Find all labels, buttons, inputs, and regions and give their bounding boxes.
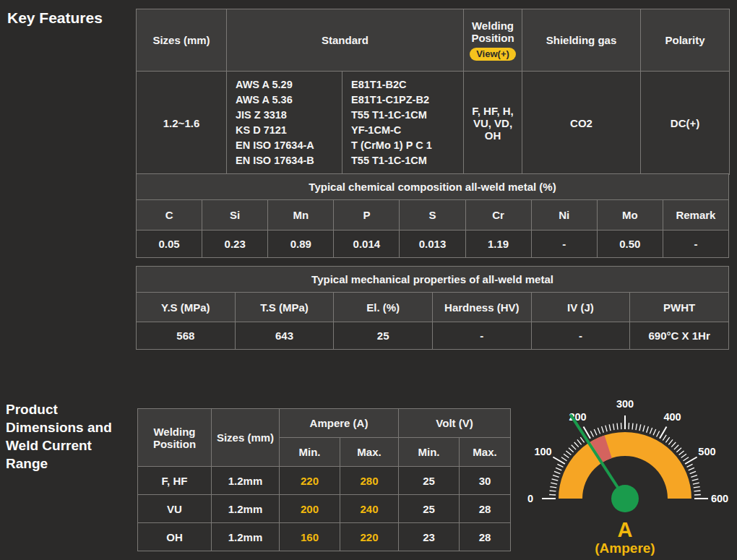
row-position: F, HF bbox=[138, 467, 212, 495]
mech-col-el: El. (%) bbox=[334, 293, 433, 322]
current-header-volt: Volt (V) bbox=[399, 409, 511, 438]
mech-value-ts: 643 bbox=[235, 322, 334, 350]
mech-col-ys: Y.S (MPa) bbox=[137, 293, 236, 322]
classification-item: YF-1CM-C bbox=[351, 123, 454, 138]
spec-sizes-value: 1.2~1.6 bbox=[137, 72, 227, 175]
chem-col-remark: Remark bbox=[663, 200, 728, 231]
mechanical-properties-table: Typical mechanical properties of all-wel… bbox=[136, 266, 729, 350]
chem-value-mo: 0.50 bbox=[597, 231, 663, 258]
classification-item: T55 T1-1C-1CM bbox=[351, 108, 454, 123]
welding-position-label: Welding Position bbox=[467, 20, 519, 44]
row-position: VU bbox=[138, 495, 212, 523]
view-positions-button[interactable]: View(+) bbox=[470, 48, 516, 61]
chem-col-mn: Mn bbox=[268, 200, 334, 231]
gauge-unit-name: (Ampere) bbox=[517, 540, 733, 556]
table-row: 568 643 25 - - 690°C X 1Hr bbox=[137, 322, 729, 350]
standard-item: AWS A 5.29 bbox=[236, 77, 333, 92]
svg-text:300: 300 bbox=[616, 398, 634, 410]
row-amp-max: 220 bbox=[340, 523, 399, 551]
svg-text:0: 0 bbox=[527, 493, 533, 504]
chem-col-p: P bbox=[334, 200, 400, 231]
chem-value-ni: - bbox=[531, 231, 597, 258]
mech-col-pwht: PWHT bbox=[630, 293, 729, 322]
row-size: 1.2mm bbox=[212, 467, 280, 495]
gauge-unit-label: A bbox=[517, 519, 733, 540]
classification-item: E81T1-B2C bbox=[351, 77, 454, 92]
gauge-caption: A (Ampere) bbox=[517, 519, 733, 556]
spec-shielding-gas-value: CO2 bbox=[522, 72, 641, 175]
mech-value-ys: 568 bbox=[137, 322, 236, 350]
spec-header-welding-position: Welding Position View(+) bbox=[464, 9, 522, 72]
chem-col-cr: Cr bbox=[465, 200, 531, 231]
classification-item: T (CrMo 1) P C 1 bbox=[351, 138, 454, 153]
current-header-ampere: Ampere (A) bbox=[280, 409, 399, 438]
mech-value-iv: - bbox=[531, 322, 630, 350]
chem-value-remark: - bbox=[663, 231, 728, 258]
weld-current-table: Welding Position Sizes (mm) Ampere (A) V… bbox=[137, 408, 511, 551]
svg-text:500: 500 bbox=[698, 446, 715, 457]
svg-text:100: 100 bbox=[534, 446, 551, 457]
chem-value-si: 0.23 bbox=[202, 231, 268, 258]
ampere-gauge: 0100200300400500600 bbox=[517, 392, 733, 514]
standard-item: EN ISO 17634-B bbox=[236, 153, 333, 168]
row-volt-min: 25 bbox=[399, 467, 460, 495]
current-header-position: Welding Position bbox=[138, 409, 212, 467]
row-amp-min: 160 bbox=[280, 523, 340, 551]
gauge-center-hub bbox=[611, 485, 639, 512]
table-row: F, HF 1.2mm 220 280 25 30 bbox=[138, 467, 511, 495]
row-volt-max: 28 bbox=[460, 523, 511, 551]
mech-col-hardness: Hardness (HV) bbox=[432, 293, 531, 322]
row-volt-max: 28 bbox=[460, 495, 511, 523]
spec-header-polarity: Polarity bbox=[641, 9, 730, 72]
current-header-amp-min: Min. bbox=[280, 438, 340, 467]
spec-header-shielding-gas: Shielding gas bbox=[522, 9, 641, 72]
mech-value-el: 25 bbox=[334, 322, 433, 350]
table-row: VU 1.2mm 200 240 25 28 bbox=[138, 495, 511, 523]
standard-item: KS D 7121 bbox=[236, 123, 333, 138]
chem-value-mn: 0.89 bbox=[268, 231, 334, 258]
spec-standards-list: AWS A 5.29 AWS A 5.36 JIS Z 3318 KS D 71… bbox=[227, 72, 342, 175]
row-amp-max: 280 bbox=[340, 467, 399, 495]
row-volt-min: 23 bbox=[399, 523, 460, 551]
chem-value-p: 0.014 bbox=[334, 231, 400, 258]
mech-value-hardness: - bbox=[432, 322, 531, 350]
svg-text:600: 600 bbox=[711, 493, 728, 504]
key-features-heading: Key Features bbox=[7, 9, 130, 27]
mech-col-ts: T.S (MPa) bbox=[235, 293, 334, 322]
chem-value-cr: 1.19 bbox=[465, 231, 531, 258]
row-amp-min: 200 bbox=[280, 495, 340, 523]
spec-classifications-list: E81T1-B2C E81T1-C1PZ-B2 T55 T1-1C-1CM YF… bbox=[342, 72, 464, 175]
classification-item: E81T1-C1PZ-B2 bbox=[351, 92, 454, 108]
row-amp-min: 220 bbox=[280, 467, 340, 495]
chem-col-s: S bbox=[400, 200, 465, 231]
chem-value-s: 0.013 bbox=[400, 231, 465, 258]
svg-text:400: 400 bbox=[663, 411, 681, 423]
table-row: OH 1.2mm 160 220 23 28 bbox=[138, 523, 511, 551]
current-header-sizes: Sizes (mm) bbox=[212, 409, 280, 467]
row-size: 1.2mm bbox=[212, 495, 280, 523]
row-size: 1.2mm bbox=[212, 523, 280, 551]
standard-item: JIS Z 3318 bbox=[236, 108, 333, 123]
standard-item: AWS A 5.36 bbox=[236, 92, 333, 108]
spec-header-sizes: Sizes (mm) bbox=[137, 9, 227, 72]
spec-header-standard: Standard bbox=[227, 9, 464, 72]
current-header-volt-max: Max. bbox=[460, 438, 511, 467]
row-volt-min: 25 bbox=[399, 495, 460, 523]
mech-value-pwht: 690°C X 1Hr bbox=[630, 322, 729, 350]
row-amp-max: 240 bbox=[340, 495, 399, 523]
chem-value-c: 0.05 bbox=[137, 231, 202, 258]
mech-col-iv: IV (J) bbox=[531, 293, 630, 322]
product-dimensions-heading: Product Dimensions and Weld Current Rang… bbox=[6, 400, 127, 473]
current-header-amp-max: Max. bbox=[340, 438, 399, 467]
chemical-composition-table: Typical chemical composition all-weld me… bbox=[136, 173, 729, 258]
spec-welding-position-value: F, HF, H, VU, VD, OH bbox=[464, 72, 522, 175]
classification-item: T55 T1-1C-1CM bbox=[351, 153, 454, 168]
standard-item: EN ISO 17634-A bbox=[236, 138, 333, 153]
chem-col-si: Si bbox=[202, 200, 268, 231]
table-row: 0.05 0.23 0.89 0.014 0.013 1.19 - 0.50 - bbox=[137, 231, 729, 258]
spec-table: Sizes (mm) Standard Welding Position Vie… bbox=[136, 9, 730, 175]
row-volt-max: 30 bbox=[460, 467, 511, 495]
chemical-table-title: Typical chemical composition all-weld me… bbox=[137, 174, 729, 200]
chem-col-c: C bbox=[137, 200, 202, 231]
spec-polarity-value: DC(+) bbox=[641, 72, 730, 175]
